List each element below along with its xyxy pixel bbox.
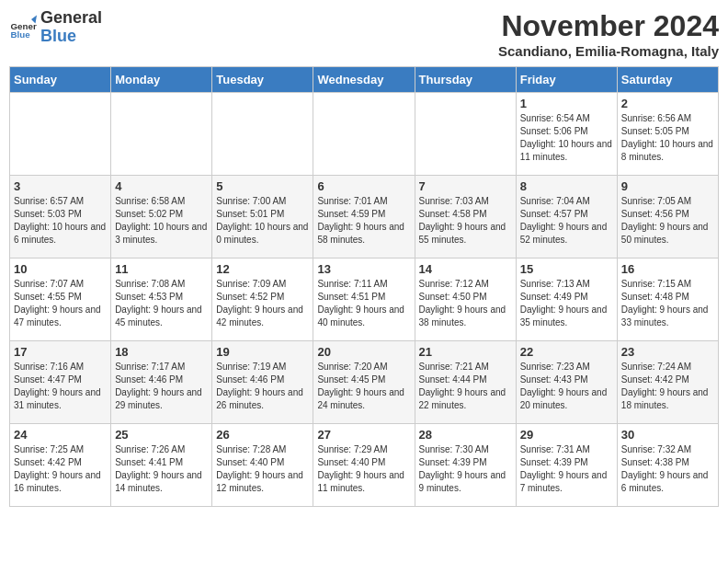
day-number: 20 bbox=[317, 345, 410, 359]
day-info: Sunrise: 7:21 AM Sunset: 4:44 PM Dayligh… bbox=[419, 361, 512, 412]
calendar-day-cell: 2Sunrise: 6:56 AM Sunset: 5:05 PM Daylig… bbox=[617, 93, 718, 176]
day-number: 27 bbox=[317, 428, 410, 442]
calendar-day-cell: 16Sunrise: 7:15 AM Sunset: 4:48 PM Dayli… bbox=[617, 259, 718, 341]
calendar-day-cell: 24Sunrise: 7:25 AM Sunset: 4:42 PM Dayli… bbox=[10, 424, 111, 507]
day-number: 17 bbox=[14, 345, 107, 359]
day-info: Sunrise: 7:19 AM Sunset: 4:46 PM Dayligh… bbox=[216, 361, 309, 412]
logo-icon: General Blue bbox=[9, 14, 37, 41]
day-info: Sunrise: 7:04 AM Sunset: 4:57 PM Dayligh… bbox=[520, 195, 613, 247]
calendar-day-cell: 7Sunrise: 7:03 AM Sunset: 4:58 PM Daylig… bbox=[415, 176, 516, 259]
day-number: 11 bbox=[115, 262, 208, 276]
day-number: 13 bbox=[317, 262, 410, 276]
calendar-day-cell: 4Sunrise: 6:58 AM Sunset: 5:02 PM Daylig… bbox=[111, 176, 212, 259]
day-number: 29 bbox=[520, 428, 613, 442]
calendar-day-cell: 29Sunrise: 7:31 AM Sunset: 4:39 PM Dayli… bbox=[516, 424, 617, 507]
calendar-week-row: 10Sunrise: 7:07 AM Sunset: 4:55 PM Dayli… bbox=[10, 259, 719, 341]
day-number: 23 bbox=[621, 345, 714, 359]
day-info: Sunrise: 6:56 AM Sunset: 5:05 PM Dayligh… bbox=[621, 112, 714, 164]
day-of-week-header: Friday bbox=[516, 67, 617, 93]
day-of-week-header: Tuesday bbox=[212, 67, 313, 93]
logo-text: General Blue bbox=[40, 9, 102, 46]
svg-text:Blue: Blue bbox=[11, 29, 31, 40]
day-number: 21 bbox=[419, 345, 512, 359]
month-title: November 2024 bbox=[498, 9, 719, 43]
day-info: Sunrise: 7:30 AM Sunset: 4:39 PM Dayligh… bbox=[419, 443, 512, 495]
day-info: Sunrise: 7:25 AM Sunset: 4:42 PM Dayligh… bbox=[14, 443, 107, 495]
day-info: Sunrise: 7:32 AM Sunset: 4:38 PM Dayligh… bbox=[621, 443, 714, 495]
day-info: Sunrise: 7:11 AM Sunset: 4:51 PM Dayligh… bbox=[317, 278, 410, 329]
day-info: Sunrise: 7:12 AM Sunset: 4:50 PM Dayligh… bbox=[419, 278, 512, 329]
day-number: 3 bbox=[14, 179, 107, 193]
day-number: 18 bbox=[115, 345, 208, 359]
day-number: 4 bbox=[115, 179, 208, 193]
day-number: 6 bbox=[317, 179, 410, 193]
day-number: 1 bbox=[520, 97, 613, 110]
day-info: Sunrise: 7:17 AM Sunset: 4:46 PM Dayligh… bbox=[115, 361, 208, 412]
day-info: Sunrise: 6:57 AM Sunset: 5:03 PM Dayligh… bbox=[14, 195, 107, 247]
title-area: November 2024 Scandiano, Emilia-Romagna,… bbox=[498, 9, 719, 59]
calendar-day-cell: 8Sunrise: 7:04 AM Sunset: 4:57 PM Daylig… bbox=[516, 176, 617, 259]
calendar-day-cell: 21Sunrise: 7:21 AM Sunset: 4:44 PM Dayli… bbox=[415, 341, 516, 424]
day-info: Sunrise: 7:24 AM Sunset: 4:42 PM Dayligh… bbox=[621, 361, 714, 412]
day-number: 12 bbox=[216, 262, 309, 276]
day-info: Sunrise: 7:16 AM Sunset: 4:47 PM Dayligh… bbox=[14, 361, 107, 412]
day-number: 26 bbox=[216, 428, 309, 442]
day-number: 28 bbox=[419, 428, 512, 442]
day-info: Sunrise: 7:00 AM Sunset: 5:01 PM Dayligh… bbox=[216, 195, 309, 247]
day-info: Sunrise: 7:28 AM Sunset: 4:40 PM Dayligh… bbox=[216, 443, 309, 495]
header: General Blue General Blue November 2024 … bbox=[9, 9, 719, 59]
calendar-day-cell: 19Sunrise: 7:19 AM Sunset: 4:46 PM Dayli… bbox=[212, 341, 313, 424]
calendar-day-cell bbox=[313, 93, 415, 176]
calendar-day-cell: 28Sunrise: 7:30 AM Sunset: 4:39 PM Dayli… bbox=[415, 424, 516, 507]
logo: General Blue General Blue bbox=[9, 9, 102, 46]
day-number: 16 bbox=[621, 262, 714, 276]
calendar-day-cell: 14Sunrise: 7:12 AM Sunset: 4:50 PM Dayli… bbox=[415, 259, 516, 341]
day-info: Sunrise: 7:26 AM Sunset: 4:41 PM Dayligh… bbox=[115, 443, 208, 495]
day-of-week-header: Thursday bbox=[415, 67, 516, 93]
calendar-day-cell bbox=[212, 93, 313, 176]
calendar-day-cell: 26Sunrise: 7:28 AM Sunset: 4:40 PM Dayli… bbox=[212, 424, 313, 507]
day-info: Sunrise: 6:58 AM Sunset: 5:02 PM Dayligh… bbox=[115, 195, 208, 247]
calendar-week-row: 3Sunrise: 6:57 AM Sunset: 5:03 PM Daylig… bbox=[10, 176, 719, 259]
calendar-day-cell: 1Sunrise: 6:54 AM Sunset: 5:06 PM Daylig… bbox=[516, 93, 617, 176]
day-of-week-header: Sunday bbox=[10, 67, 111, 93]
day-info: Sunrise: 7:09 AM Sunset: 4:52 PM Dayligh… bbox=[216, 278, 309, 329]
calendar-day-cell: 22Sunrise: 7:23 AM Sunset: 4:43 PM Dayli… bbox=[516, 341, 617, 424]
calendar-table: SundayMondayTuesdayWednesdayThursdayFrid… bbox=[9, 66, 719, 507]
logo-line1: General bbox=[40, 9, 102, 28]
day-info: Sunrise: 7:20 AM Sunset: 4:45 PM Dayligh… bbox=[317, 361, 410, 412]
calendar-week-row: 17Sunrise: 7:16 AM Sunset: 4:47 PM Dayli… bbox=[10, 341, 719, 424]
day-number: 25 bbox=[115, 428, 208, 442]
calendar-day-cell: 9Sunrise: 7:05 AM Sunset: 4:56 PM Daylig… bbox=[617, 176, 718, 259]
calendar-day-cell: 3Sunrise: 6:57 AM Sunset: 5:03 PM Daylig… bbox=[10, 176, 111, 259]
day-number: 7 bbox=[419, 179, 512, 193]
calendar-day-cell: 30Sunrise: 7:32 AM Sunset: 4:38 PM Dayli… bbox=[617, 424, 718, 507]
day-info: Sunrise: 7:01 AM Sunset: 4:59 PM Dayligh… bbox=[317, 195, 410, 247]
calendar-day-cell: 15Sunrise: 7:13 AM Sunset: 4:49 PM Dayli… bbox=[516, 259, 617, 341]
day-of-week-header: Saturday bbox=[617, 67, 718, 93]
day-of-week-header: Monday bbox=[111, 67, 212, 93]
calendar-week-row: 24Sunrise: 7:25 AM Sunset: 4:42 PM Dayli… bbox=[10, 424, 719, 507]
day-info: Sunrise: 7:03 AM Sunset: 4:58 PM Dayligh… bbox=[419, 195, 512, 247]
calendar-day-cell bbox=[111, 93, 212, 176]
day-number: 10 bbox=[14, 262, 107, 276]
calendar-header-row: SundayMondayTuesdayWednesdayThursdayFrid… bbox=[10, 67, 719, 93]
day-number: 9 bbox=[621, 179, 714, 193]
calendar-body: 1Sunrise: 6:54 AM Sunset: 5:06 PM Daylig… bbox=[10, 93, 719, 507]
calendar-day-cell: 17Sunrise: 7:16 AM Sunset: 4:47 PM Dayli… bbox=[10, 341, 111, 424]
day-number: 5 bbox=[216, 179, 309, 193]
day-number: 2 bbox=[621, 97, 714, 110]
calendar-day-cell: 6Sunrise: 7:01 AM Sunset: 4:59 PM Daylig… bbox=[313, 176, 415, 259]
calendar-day-cell: 23Sunrise: 7:24 AM Sunset: 4:42 PM Dayli… bbox=[617, 341, 718, 424]
day-info: Sunrise: 7:08 AM Sunset: 4:53 PM Dayligh… bbox=[115, 278, 208, 329]
day-info: Sunrise: 7:23 AM Sunset: 4:43 PM Dayligh… bbox=[520, 361, 613, 412]
calendar-day-cell: 12Sunrise: 7:09 AM Sunset: 4:52 PM Dayli… bbox=[212, 259, 313, 341]
day-number: 14 bbox=[419, 262, 512, 276]
calendar-day-cell: 25Sunrise: 7:26 AM Sunset: 4:41 PM Dayli… bbox=[111, 424, 212, 507]
calendar-day-cell: 18Sunrise: 7:17 AM Sunset: 4:46 PM Dayli… bbox=[111, 341, 212, 424]
calendar-week-row: 1Sunrise: 6:54 AM Sunset: 5:06 PM Daylig… bbox=[10, 93, 719, 176]
day-info: Sunrise: 7:15 AM Sunset: 4:48 PM Dayligh… bbox=[621, 278, 714, 329]
calendar-day-cell: 5Sunrise: 7:00 AM Sunset: 5:01 PM Daylig… bbox=[212, 176, 313, 259]
location-subtitle: Scandiano, Emilia-Romagna, Italy bbox=[498, 43, 719, 59]
day-info: Sunrise: 7:05 AM Sunset: 4:56 PM Dayligh… bbox=[621, 195, 714, 247]
